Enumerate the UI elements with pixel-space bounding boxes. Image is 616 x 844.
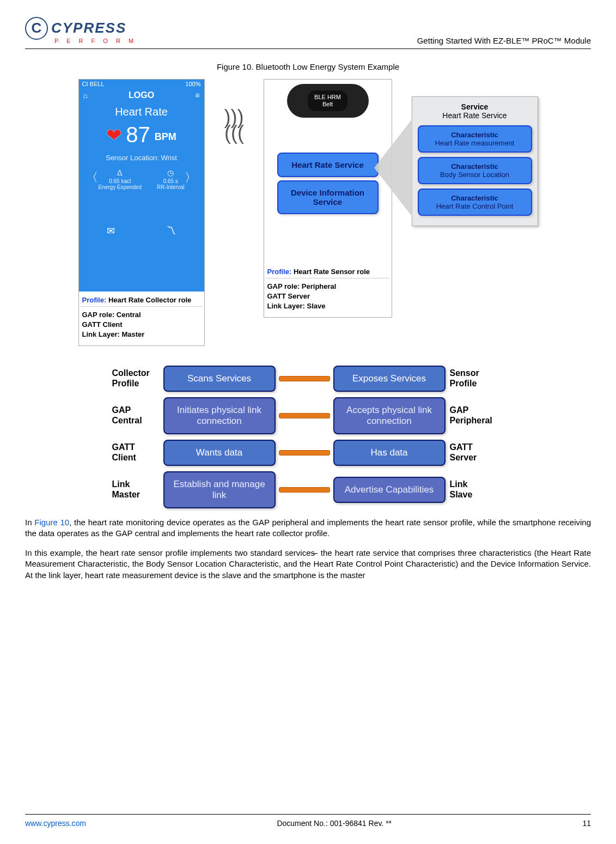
doc-title: Getting Started With EZ-BLE™ PRoC™ Modul… [417, 36, 591, 45]
matrix-left-label: GATTClient [112, 442, 163, 463]
matrix-row: LinkMasterEstablish and manage linkAdver… [112, 471, 504, 508]
header-rule [25, 48, 591, 49]
metric-rr: ◷ 0.65 s RR-Interval [157, 168, 185, 190]
footer-page: 11 [582, 819, 591, 828]
char2-text: Body Sensor Location [440, 171, 509, 179]
matrix-row: GATTClientWants dataHas dataGATTServer [112, 440, 504, 466]
chart-icon: 〽 [166, 225, 176, 237]
role-matrix: CollectorProfileScans ServicesExposes Se… [112, 366, 504, 508]
page-header: C CYPRESS P E R F O R M Getting Started … [25, 15, 591, 49]
home-icon: ⌂ [83, 91, 88, 100]
metric-energy: ᐃ 0.65 kacl Energy Expended [98, 168, 142, 190]
status-right: 100% [185, 81, 200, 87]
heart-rate-label: Heart Rate [81, 106, 202, 118]
menu-icon: ≡ [195, 91, 199, 100]
paragraph-1: In Figure 10, the heart rate monitoring … [25, 517, 591, 539]
matrix-right-label: SensorProfile [450, 368, 501, 388]
sensor-gap-role: GAP role: Peripheral [267, 282, 388, 292]
heart-rate-service-box: Heart Rate Service [277, 153, 379, 177]
phone-link-layer: Link Layer: Master [82, 330, 201, 339]
page-footer: www.cypress.com Document No.: 001-96841 … [25, 814, 591, 828]
profile-prefix: Profile: [267, 268, 292, 276]
clock-icon: ◷ [157, 168, 185, 177]
heart-icon: ❤ [106, 124, 121, 146]
service-detail-panel: Service Heart Rate Service Characteristi… [412, 96, 538, 226]
sensor-link-layer: Link Layer: Slave [267, 301, 388, 311]
characteristic-hr-control-point: CharacteristicHeart Rate Control Point [418, 189, 532, 216]
logo-row: C CYPRESS P E R F O R M Getting Started … [25, 15, 591, 45]
p1-a: In [25, 518, 34, 527]
matrix-right-action: Advertise Capabilities [333, 477, 446, 503]
phone-gatt-role: GATT Client [82, 320, 201, 330]
footer-rule [25, 814, 591, 815]
phone-bottom-icons: ✉ 〽 [81, 225, 202, 237]
matrix-left-label: LinkMaster [112, 479, 163, 500]
sensor-gatt-role: GATT Server [267, 292, 388, 301]
service-title-sub: Heart Rate Service [442, 111, 507, 120]
mail-icon: ✉ [107, 225, 115, 237]
matrix-left-action: Scans Services [163, 366, 276, 392]
matrix-right-action: Accepts physical link connection [333, 397, 446, 434]
matrix-right-action: Has data [333, 440, 446, 466]
matrix-connector-icon [279, 376, 330, 381]
callout-wedge-icon [374, 119, 412, 217]
characteristic-hr-measurement: CharacteristicHeart Rate measurement [418, 125, 532, 153]
matrix-right-action: Exposes Services [333, 366, 446, 392]
matrix-left-action: Initiates physical link connection [163, 397, 276, 434]
wireless-waves-icon: )))))) [224, 110, 244, 141]
hrm-belt-graphic: BLE HRM Belt [287, 84, 369, 118]
matrix-left-label: GAPCentral [112, 405, 163, 426]
char1-text: Heart Rate measurement [435, 139, 515, 147]
matrix-connector-icon [279, 450, 330, 456]
phone-roles: GAP role: Central GATT Client Link Layer… [79, 307, 204, 345]
metrics-row: ᐃ 0.65 kacl Energy Expended ◷ 0.65 s RR-… [98, 168, 184, 190]
char2-bold: Characteristic [421, 162, 529, 171]
figure10-link[interactable]: Figure 10 [34, 518, 69, 527]
service-panel-title: Service Heart Rate Service [418, 102, 532, 120]
footer-site-link[interactable]: www.cypress.com [25, 819, 86, 828]
matrix-connector-icon [279, 487, 330, 493]
metric-rr-label: RR-Interval [157, 184, 185, 190]
char1-bold: Characteristic [421, 131, 529, 139]
matrix-right-label: GATTServer [450, 442, 501, 463]
status-left: CI BELL [82, 81, 105, 87]
footer-docno: Document No.: 001-96841 Rev. ** [277, 819, 392, 828]
sensor-profile-line: Profile: Heart Rate Sensor role [264, 263, 392, 278]
characteristic-body-sensor-location: CharacteristicBody Sensor Location [418, 157, 532, 184]
matrix-connector-icon [279, 413, 330, 418]
app-logo-text: LOGO [129, 90, 154, 100]
cypress-logo-icon: C [25, 17, 48, 40]
matrix-row: CollectorProfileScans ServicesExposes Se… [112, 366, 504, 392]
flame-icon: ᐃ [98, 168, 142, 177]
phone-profile-line: Profile: Heart Rate Collector role [79, 292, 204, 306]
brand-tagline: P E R F O R M [54, 38, 137, 44]
chevron-right-icon: 〉 [185, 169, 197, 186]
matrix-left-action: Establish and manage link [163, 471, 276, 508]
phone-mock: CI BELL 100% ⌂ LOGO ≡ Heart Rate ❤ 87 BP… [78, 79, 205, 346]
metric-energy-value: 0.65 kacl [109, 178, 131, 184]
brand-logo: C CYPRESS P E R F O R M [25, 17, 137, 44]
profile-prefix: Profile: [82, 296, 107, 304]
paragraph-2: In this example, the heart rate sensor p… [25, 548, 591, 581]
matrix-right-label: GAPPeripheral [450, 405, 501, 426]
phone-profile-text: Heart Rate Collector role [106, 296, 191, 304]
belt-line1: BLE HRM [314, 94, 341, 101]
char3-bold: Characteristic [421, 194, 529, 202]
metric-energy-label: Energy Expended [98, 184, 142, 190]
matrix-left-action: Wants data [163, 440, 276, 466]
phone-body: Heart Rate ❤ 87 BPM Sensor Location: Wri… [79, 102, 204, 292]
sensor-location-text: Sensor Location: Wrist [81, 154, 202, 162]
sensor-profile-text: Heart Rate Sensor role [291, 268, 370, 276]
sensor-roles: GAP role: Peripheral GATT Server Link La… [264, 278, 392, 317]
phone-titlebar: ⌂ LOGO ≡ [79, 88, 204, 102]
device-info-service-box: Device Information Service [277, 180, 379, 214]
matrix-left-label: CollectorProfile [112, 368, 163, 388]
matrix-row: GAPCentralInitiates physical link connec… [112, 397, 504, 434]
phone-gap-role: GAP role: Central [82, 310, 201, 320]
brand-name: CYPRESS [51, 20, 126, 37]
figure-area: CI BELL 100% ⌂ LOGO ≡ Heart Rate ❤ 87 BP… [25, 79, 591, 346]
heart-rate-value-row: ❤ 87 BPM [81, 123, 202, 147]
metric-rr-value: 0.65 s [163, 178, 178, 184]
heart-rate-number: 87 [126, 123, 150, 147]
p1-b: , the heart rate monitoring device opera… [25, 518, 591, 538]
